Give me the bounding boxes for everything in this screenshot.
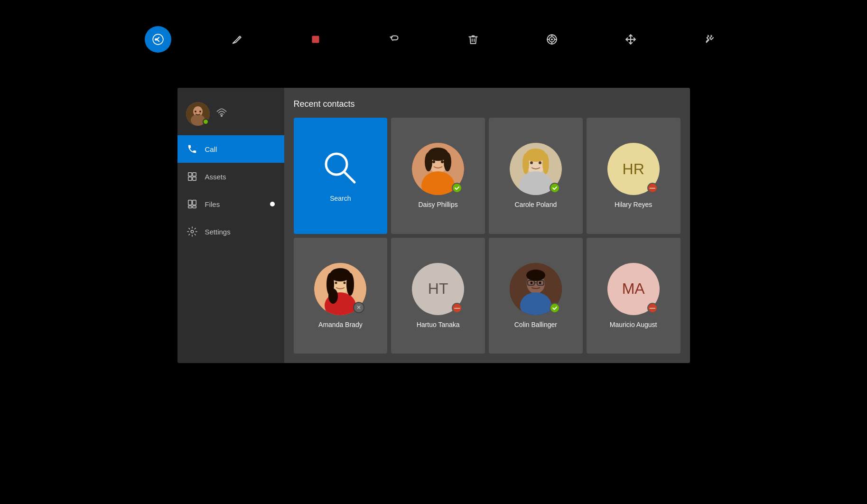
delete-button[interactable] bbox=[460, 26, 486, 53]
colin-status bbox=[550, 303, 560, 313]
stop-button[interactable] bbox=[302, 26, 329, 53]
hartuo-status bbox=[452, 303, 462, 313]
carole-status bbox=[550, 183, 560, 193]
hartuo-initials-text: HT bbox=[428, 280, 448, 298]
carole-avatar bbox=[510, 143, 562, 195]
sidebar-item-assets[interactable]: Assets bbox=[177, 163, 284, 190]
svg-point-30 bbox=[444, 152, 451, 171]
svg-rect-18 bbox=[188, 206, 191, 208]
daisy-avatar bbox=[412, 143, 464, 195]
carole-name: Carole Poland bbox=[515, 201, 557, 208]
user-section bbox=[177, 93, 284, 135]
svg-rect-16 bbox=[188, 200, 191, 205]
check-icon bbox=[454, 185, 460, 191]
daisy-status bbox=[452, 183, 462, 193]
svg-point-38 bbox=[542, 153, 549, 174]
hilary-avatar: HR bbox=[607, 143, 660, 195]
search-label: Search bbox=[330, 195, 351, 202]
user-avatar-wrapper bbox=[186, 102, 210, 126]
hilary-name: Hilary Reyes bbox=[615, 201, 652, 208]
svg-line-22 bbox=[344, 172, 354, 182]
hartuo-avatar: HT bbox=[412, 263, 464, 315]
svg-point-46 bbox=[346, 273, 354, 296]
contact-card-daisy[interactable]: Daisy Phillips bbox=[391, 118, 485, 234]
back-button[interactable] bbox=[145, 26, 171, 53]
contact-card-colin[interactable]: Colin Ballinger bbox=[489, 238, 583, 354]
svg-point-47 bbox=[328, 289, 338, 304]
amanda-name: Amanda Brady bbox=[318, 321, 363, 328]
svg-point-1 bbox=[155, 38, 157, 40]
svg-rect-14 bbox=[188, 177, 191, 180]
svg-point-29 bbox=[425, 152, 432, 171]
search-icon bbox=[321, 149, 359, 187]
wifi-icon bbox=[216, 108, 227, 121]
hartuo-name: Hartuo Tanaka bbox=[417, 321, 460, 328]
amanda-status: ✕ bbox=[353, 302, 364, 313]
svg-point-42 bbox=[335, 281, 337, 284]
mauricio-initials-text: MA bbox=[622, 280, 645, 298]
svg-rect-13 bbox=[192, 173, 196, 176]
contact-card-search[interactable]: Search bbox=[294, 118, 388, 234]
mauricio-avatar: MA bbox=[607, 263, 660, 315]
svg-point-43 bbox=[344, 281, 346, 284]
svg-point-34 bbox=[530, 161, 533, 164]
user-status-dot bbox=[203, 119, 209, 125]
target-button[interactable] bbox=[539, 26, 565, 53]
svg-point-20 bbox=[191, 230, 194, 233]
assets-icon bbox=[187, 171, 197, 182]
colin-avatar bbox=[510, 263, 562, 315]
svg-point-27 bbox=[441, 160, 444, 163]
sidebar: Call Assets bbox=[177, 88, 284, 363]
settings-icon bbox=[187, 226, 197, 237]
pin-button[interactable] bbox=[696, 26, 723, 53]
files-label: Files bbox=[205, 200, 220, 208]
files-icon bbox=[187, 199, 197, 209]
check-icon bbox=[552, 185, 558, 191]
svg-rect-12 bbox=[188, 173, 191, 176]
svg-point-10 bbox=[199, 111, 201, 112]
main-panel: Recent contacts Search bbox=[284, 88, 690, 363]
files-badge bbox=[270, 202, 275, 206]
settings-label: Settings bbox=[205, 228, 231, 236]
contact-card-carole[interactable]: Carole Poland bbox=[489, 118, 583, 234]
svg-rect-17 bbox=[192, 200, 196, 205]
call-label: Call bbox=[205, 145, 217, 153]
svg-point-11 bbox=[221, 115, 222, 116]
pen-button[interactable] bbox=[224, 26, 250, 53]
svg-rect-19 bbox=[192, 206, 196, 208]
mauricio-status bbox=[647, 303, 658, 313]
contact-card-hartuo[interactable]: HT Hartuo Tanaka bbox=[391, 238, 485, 354]
svg-point-51 bbox=[530, 281, 532, 284]
call-icon bbox=[187, 144, 197, 154]
check-icon bbox=[552, 305, 558, 311]
colin-name: Colin Ballinger bbox=[514, 321, 557, 328]
toolbar bbox=[0, 0, 867, 67]
main-content: Call Assets bbox=[177, 88, 690, 363]
sidebar-item-files[interactable]: Files bbox=[177, 190, 284, 218]
undo-button[interactable] bbox=[381, 26, 408, 53]
svg-point-37 bbox=[522, 153, 529, 174]
app-container: Call Assets bbox=[0, 0, 867, 504]
hilary-initials-text: HR bbox=[623, 160, 644, 178]
sidebar-item-call[interactable]: Call bbox=[177, 135, 284, 163]
svg-point-56 bbox=[526, 270, 545, 281]
sidebar-item-settings[interactable]: Settings bbox=[177, 218, 284, 245]
nav-items: Call Assets bbox=[177, 135, 284, 363]
svg-point-0 bbox=[153, 34, 163, 45]
contact-card-hilary[interactable]: HR Hilary Reyes bbox=[587, 118, 681, 234]
assets-label: Assets bbox=[205, 173, 226, 181]
svg-point-5 bbox=[551, 39, 552, 40]
daisy-name: Daisy Phillips bbox=[419, 201, 458, 208]
contact-card-mauricio[interactable]: MA Mauricio August bbox=[587, 238, 681, 354]
move-button[interactable] bbox=[617, 26, 644, 53]
amanda-avatar: ✕ bbox=[314, 263, 366, 315]
contacts-grid: Search bbox=[294, 118, 681, 354]
svg-point-9 bbox=[195, 111, 196, 112]
mauricio-name: Mauricio August bbox=[610, 321, 657, 328]
section-title: Recent contacts bbox=[294, 99, 681, 109]
contact-card-amanda[interactable]: ✕ Amanda Brady bbox=[294, 238, 388, 354]
search-icon-large bbox=[321, 149, 359, 187]
svg-rect-15 bbox=[192, 177, 196, 180]
svg-point-35 bbox=[539, 161, 541, 164]
svg-point-52 bbox=[539, 281, 541, 284]
